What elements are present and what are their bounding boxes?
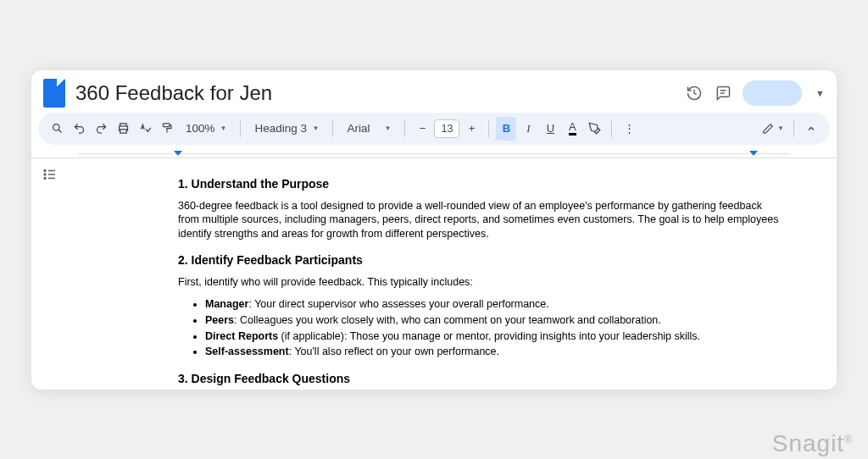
underline-button[interactable]: U (540, 117, 560, 141)
zoom-value: 100% (186, 122, 215, 135)
font-select[interactable]: Arial▼ (340, 122, 398, 135)
text-color-button[interactable]: A (562, 117, 582, 141)
font-value: Arial (347, 122, 370, 135)
share-caret-icon[interactable]: ▼ (815, 88, 825, 98)
svg-point-9 (44, 174, 46, 175)
ruler[interactable] (31, 150, 837, 158)
document-title[interactable]: 360 Feedback for Jen (75, 81, 675, 105)
undo-icon[interactable] (69, 117, 89, 141)
heading: 2. Identify Feedback Participants (178, 253, 786, 267)
comment-icon[interactable] (714, 84, 732, 102)
paint-format-icon[interactable] (157, 117, 177, 141)
history-icon[interactable] (685, 84, 704, 102)
docs-logo-icon[interactable] (43, 79, 65, 108)
print-icon[interactable] (113, 117, 133, 141)
svg-point-7 (44, 169, 46, 171)
italic-button[interactable]: I (518, 117, 538, 141)
zoom-select[interactable]: 100%▼ (179, 122, 233, 135)
document-page[interactable]: 1. Understand the Purpose 360-degree fee… (70, 158, 837, 390)
toolbar: 100%▼ Heading 3▼ Arial▼ − 13 + B I U A ⋮… (38, 113, 830, 145)
heading: 3. Design Feedback Questions (178, 372, 786, 385)
caret-down-icon: ▼ (220, 124, 227, 132)
caret-down-icon: ▼ (777, 124, 784, 132)
svg-point-2 (53, 124, 59, 131)
outline-toggle-icon[interactable] (42, 167, 59, 184)
style-select[interactable]: Heading 3▼ (248, 122, 326, 135)
svg-rect-6 (163, 124, 170, 127)
paragraph: First, identify who will provide feedbac… (178, 275, 786, 290)
highlight-button[interactable] (584, 117, 604, 141)
font-decrease-button[interactable]: − (412, 117, 432, 141)
redo-icon[interactable] (91, 117, 111, 141)
search-menu-icon[interactable] (47, 117, 67, 141)
list-item: Direct Reports (if applicable): Those yo… (205, 329, 786, 345)
bullet-list: Manager: Your direct supervisor who asse… (178, 296, 786, 360)
header: 360 Feedback for Jen ▼ (31, 70, 837, 113)
snagit-watermark: Snagit® (772, 430, 853, 457)
font-size-input[interactable]: 13 (434, 119, 459, 138)
svg-rect-5 (120, 130, 126, 133)
more-icon[interactable]: ⋮ (619, 117, 639, 141)
indent-marker-left-icon[interactable] (174, 151, 182, 156)
list-item: Manager: Your direct supervisor who asse… (205, 296, 786, 312)
font-increase-button[interactable]: + (461, 117, 481, 141)
heading: 1. Understand the Purpose (178, 177, 786, 191)
svg-line-3 (58, 130, 61, 132)
collapse-toolbar-icon[interactable] (801, 117, 821, 141)
document-window: 360 Feedback for Jen ▼ 100%▼ Heading 3▼ … (31, 70, 837, 390)
edit-mode-button[interactable]: ▼ (760, 117, 787, 141)
svg-point-11 (44, 177, 46, 179)
paragraph: 360-degree feedback is a tool designed t… (178, 199, 786, 242)
list-item: Self-assessment: You'll also reflect on … (205, 344, 786, 360)
indent-marker-right-icon[interactable] (749, 151, 758, 156)
caret-down-icon: ▼ (313, 124, 320, 132)
list-item: Peers: Colleagues you work closely with,… (205, 312, 786, 329)
spellcheck-icon[interactable] (135, 117, 155, 141)
bold-button[interactable]: B (496, 117, 516, 141)
caret-down-icon: ▼ (385, 124, 392, 132)
share-button[interactable] (743, 80, 802, 106)
svg-rect-4 (120, 124, 126, 126)
style-value: Heading 3 (254, 122, 307, 135)
